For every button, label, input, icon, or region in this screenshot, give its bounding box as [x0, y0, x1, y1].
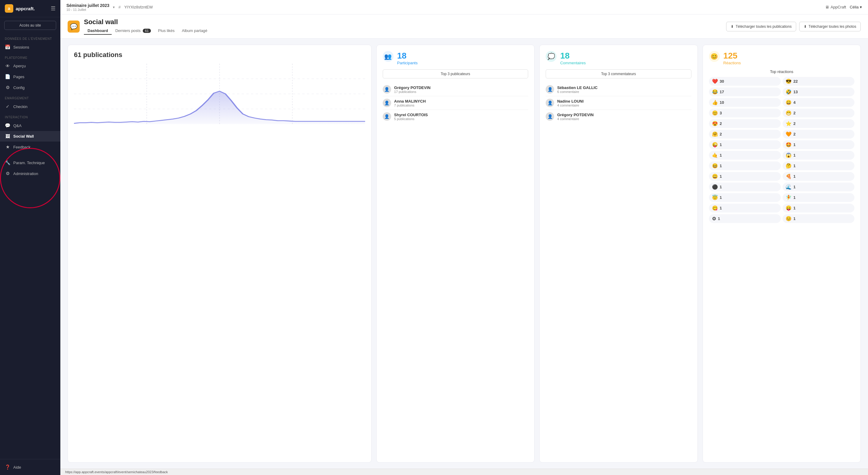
reaction-count: 1	[794, 174, 796, 179]
reaction-item: 😛1	[783, 204, 855, 213]
sidebar-item-label: Checkin	[13, 104, 28, 109]
user-name: Shyrel COURTOIS	[394, 113, 528, 117]
user-info: Grégory POTDEVIN 4 commentaire	[557, 113, 691, 121]
reaction-emoji: 😇	[712, 195, 718, 200]
sidebar-item-label: Q&A	[13, 123, 22, 128]
tab-plus-likes[interactable]: Plus likés	[155, 27, 178, 35]
topbar-event-id: YIYXlz8sfzntEW	[124, 5, 153, 9]
reaction-emoji: 🌊	[785, 184, 792, 190]
reaction-emoji: 😊	[785, 216, 792, 222]
reaction-emoji: 🤔	[785, 163, 792, 169]
reaction-item: 😊3	[709, 108, 781, 117]
reaction-emoji: 😍	[712, 121, 718, 126]
sidebar-item-aide[interactable]: ❓ Aide	[0, 462, 60, 473]
reaction-item: 😆1	[709, 161, 781, 170]
reaction-item: ⭐2	[783, 119, 855, 128]
reaction-item: 🤗2	[709, 130, 781, 138]
user-count: 6 commentaire	[557, 90, 691, 94]
participants-icon: 👥	[383, 51, 394, 62]
statusbar: https://app.appcraft.events/appcraft/eve…	[60, 469, 868, 475]
reaction-item: 👍10	[709, 98, 781, 107]
reaction-count: 13	[794, 90, 798, 94]
chart-svg	[74, 64, 365, 124]
user-name: Grégory POTDEVIN	[557, 113, 691, 117]
tab-dashboard[interactable]: Dashboard	[84, 27, 112, 35]
user-name: Anna MALINYCH	[394, 99, 528, 103]
tab-derniers-posts[interactable]: Derniers posts 61	[112, 27, 155, 35]
sidebar-item-checkin[interactable]: ✓ Checkin	[0, 101, 60, 112]
sidebar-item-param-technique[interactable]: 🔧 Param. Technique	[0, 157, 60, 168]
reaction-emoji: 😊	[712, 110, 718, 116]
reaction-count: 1	[720, 174, 722, 179]
administration-icon: ⚙	[5, 171, 10, 176]
sidebar-item-label: Param. Technique	[13, 161, 45, 165]
menu-toggle-icon[interactable]: ☰	[51, 5, 56, 12]
sidebar-item-sessions[interactable]: 📅 Sessions	[0, 42, 60, 53]
sidebar-item-socialwall[interactable]: 🖼 Social Wall	[0, 131, 60, 141]
reaction-count: 1	[794, 142, 796, 147]
list-item: 👤 Nadine LOUNI 4 commentaire	[546, 96, 691, 110]
page-icon: 💬	[68, 21, 80, 33]
participants-stat-header: 👥 18 Participants	[383, 51, 528, 65]
list-item: 👤 Sébastien LE GALLIC 6 commentaire	[546, 83, 691, 96]
user-count: 4 commentaire	[557, 103, 691, 107]
topbar-event-dates: 10 - 11 Juillet	[66, 8, 109, 11]
top-publicateurs-button[interactable]: Top 3 publicateurs	[383, 69, 528, 78]
pages-icon: 📄	[5, 74, 10, 80]
reaction-item: 🤔1	[783, 161, 855, 170]
tab-album-partage[interactable]: Album partagé	[178, 27, 211, 35]
reaction-count: 10	[720, 100, 724, 105]
sidebar-item-label: Aide	[13, 465, 21, 470]
topbar-appcraft-brand: 🖥 AppCraft	[825, 5, 846, 9]
reaction-count: 1	[794, 185, 796, 189]
user-count: 5 publications	[394, 117, 528, 121]
reaction-count: 1	[794, 164, 796, 168]
sidebar-item-qa[interactable]: 💬 Q&A	[0, 120, 60, 131]
commentaires-icon: 💭	[546, 51, 557, 62]
download-photos-button[interactable]: ⬇ Télécharger toutes les photos	[799, 22, 861, 31]
avatar: 👤	[546, 99, 554, 107]
reactions-grid: ❤️30😎22😂17🤣13👍10😄4😊3😁2😍2⭐2🤗2🧡2😜1🤩1🤙1😱1😆1…	[709, 77, 855, 223]
user-name: Nadine LOUNI	[557, 99, 691, 103]
reaction-count: 3	[720, 111, 722, 115]
sidebar-item-pages[interactable]: 📄 Pages	[0, 71, 60, 82]
sidebar-item-apercu[interactable]: 👁 Aperçu	[0, 61, 60, 71]
sidebar-item-config[interactable]: ⚙ Config	[0, 82, 60, 93]
reaction-count: 1	[718, 216, 720, 221]
reaction-emoji: 🤩	[785, 142, 792, 148]
reaction-count: 1	[794, 153, 796, 158]
sidebar-item-administration[interactable]: ⚙ Administration	[0, 168, 60, 179]
content-area: 61 publications	[60, 39, 868, 469]
sessions-icon: 📅	[5, 44, 10, 50]
reaction-item: 🌊1	[783, 183, 855, 191]
list-item: 👤 Shyrel COURTOIS 5 publications	[383, 110, 528, 123]
reaction-item: 🤣13	[783, 88, 855, 96]
reaction-item: 😎22	[783, 77, 855, 86]
user-count: 17 publications	[394, 90, 528, 94]
config-icon: ⚙	[5, 85, 10, 90]
top-commentateurs-button[interactable]: Top 3 commentateurs	[546, 69, 691, 78]
topbar-dropdown-arrow[interactable]: ▾	[113, 5, 115, 9]
top-reactions-label: Top réactions	[709, 69, 855, 74]
participants-label: Participants	[397, 61, 418, 65]
download-posts-icon: ⬇	[731, 25, 734, 29]
reaction-emoji: 😂	[712, 89, 718, 95]
qa-icon: 💬	[5, 123, 10, 128]
publications-title: 61 publications	[74, 51, 365, 59]
reaction-item: 😇1	[709, 193, 781, 202]
user-count: 7 publications	[394, 103, 528, 107]
reactions-numbers: 125 Réactions	[723, 51, 741, 65]
sidebar-logo: a appcraft. ☰	[0, 0, 60, 17]
site-access-button[interactable]: Accès au site	[4, 21, 56, 30]
sidebar-item-feedback[interactable]: ★ Feedback	[0, 141, 60, 152]
param-technique-icon: 🔧	[5, 160, 10, 165]
download-posts-button[interactable]: ⬇ Télécharger toutes les publications	[726, 22, 796, 31]
checkin-icon: ✓	[5, 104, 10, 109]
logo-text: appcraft.	[16, 6, 35, 11]
page-title-tabs: Social wall Dashboard Derniers posts 61 …	[84, 18, 211, 35]
reaction-item: 😍2	[709, 119, 781, 128]
topbar-user-menu[interactable]: Célia ▾	[849, 5, 862, 9]
reaction-emoji: 😜	[712, 142, 718, 148]
sidebar-item-label: Pages	[13, 74, 25, 79]
reactions-icon: 😊	[709, 51, 720, 62]
